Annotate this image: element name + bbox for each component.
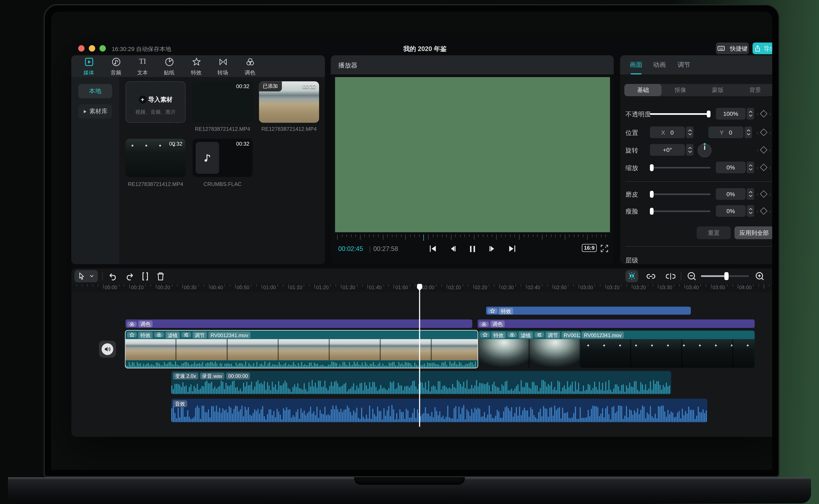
slim-face-slider[interactable] <box>650 210 711 212</box>
import-media-button[interactable]: +导入素材 视频、音频、图片 <box>125 81 185 123</box>
waveform-bar <box>429 363 430 368</box>
slim-face-slider-handle[interactable] <box>650 208 654 215</box>
tab-adjust[interactable]: 调节 <box>678 61 690 70</box>
timeline-clip-video-3[interactable]: RV0012341.mov <box>580 331 755 368</box>
previous-frame-button[interactable] <box>448 244 457 253</box>
player-ruler-tick <box>578 234 579 237</box>
playhead-line[interactable] <box>419 290 420 427</box>
ruler-tick <box>267 284 267 286</box>
keyframe-diamond-icon[interactable] <box>760 164 767 171</box>
scale-slider-handle[interactable] <box>650 164 654 171</box>
position-x-field[interactable]: X0 <box>650 126 685 138</box>
subtab-basic[interactable]: 基础 <box>624 84 662 96</box>
split-clip-button[interactable] <box>140 272 150 281</box>
tab-color[interactable]: 调色 <box>238 57 262 77</box>
waveform-bar <box>428 414 429 422</box>
next-frame-button[interactable] <box>488 244 497 253</box>
video-preview[interactable] <box>335 77 610 232</box>
waveform-bar <box>141 366 143 368</box>
timeline-clip-audio-2[interactable]: 音效 <box>171 399 707 423</box>
smooth-skin-value[interactable]: 0% <box>716 188 746 200</box>
tab-media[interactable]: 媒体 <box>76 57 101 77</box>
opacity-keyframe-controls[interactable]: ‹› <box>753 108 772 120</box>
waveform-bar <box>335 380 336 394</box>
skip-to-end-button[interactable] <box>508 244 516 253</box>
shortcuts-button[interactable]: 快捷键 <box>716 42 749 54</box>
timeline-clip-video-1[interactable]: 特效 滤镜 调节 RV0012341.mov <box>125 331 478 368</box>
scale-slider[interactable] <box>650 167 711 169</box>
position-x-stepper[interactable] <box>686 126 694 138</box>
rotation-keyframe-controls[interactable]: ‹› <box>753 144 772 156</box>
media-item-audio[interactable]: 00:32 <box>192 139 252 177</box>
position-y-field[interactable]: Y0 <box>708 126 744 138</box>
aspect-ratio-button[interactable]: 16:9 <box>582 244 597 252</box>
keyframe-diamond-icon[interactable] <box>760 110 767 117</box>
link-clips-button[interactable] <box>646 272 656 281</box>
slim-face-keyframe-controls[interactable]: ‹› <box>753 205 772 217</box>
unlink-clips-button[interactable] <box>666 272 675 281</box>
source-local[interactable]: 本地 <box>78 84 112 98</box>
rotation-value[interactable]: +0° <box>650 144 685 156</box>
waveform-bar <box>580 407 581 422</box>
effect-track-bar[interactable]: 特效 <box>486 307 691 315</box>
source-library[interactable]: 素材库 <box>78 104 112 119</box>
position-y-stepper[interactable] <box>745 126 752 138</box>
media-item-video-1[interactable]: 00:32 <box>192 81 252 123</box>
color-track-bar-1[interactable]: 调色 <box>125 319 472 328</box>
color-track-bar-2[interactable]: 调色 <box>478 319 755 328</box>
tab-transitions[interactable]: 转场 <box>210 57 235 77</box>
position-keyframe-controls[interactable]: ‹› <box>753 126 772 138</box>
reset-button[interactable]: 重置 <box>697 227 731 239</box>
opacity-slider-handle[interactable] <box>707 111 711 117</box>
delete-clip-button[interactable] <box>156 272 165 281</box>
tab-sticker[interactable]: 贴纸 <box>157 57 181 77</box>
tab-effects[interactable]: 特效 <box>184 57 208 77</box>
zoom-out-button[interactable] <box>687 272 697 281</box>
waveform-bar <box>235 387 236 394</box>
media-item-video-3[interactable]: 00:32 <box>125 139 185 177</box>
zoom-slider-handle[interactable] <box>724 272 729 280</box>
opacity-value[interactable]: 100% <box>716 108 746 120</box>
snap-toggle-button[interactable] <box>625 270 638 282</box>
scale-value[interactable]: 0% <box>716 162 746 173</box>
zoom-in-button[interactable] <box>755 272 765 281</box>
slim-face-value[interactable]: 0% <box>716 205 746 217</box>
redo-button[interactable] <box>124 272 134 281</box>
subtab-mask[interactable]: 蒙版 <box>699 84 736 96</box>
tab-picture[interactable]: 画面 <box>630 61 643 70</box>
waveform-bar <box>243 382 244 394</box>
smooth-skin-keyframe-controls[interactable]: ‹› <box>753 188 772 200</box>
keyframe-diamond-icon[interactable] <box>760 207 767 215</box>
export-button[interactable]: 导出 <box>753 42 772 54</box>
keyframe-diamond-icon[interactable] <box>760 129 767 136</box>
media-item-video-2[interactable]: 已添加 00:32 <box>259 81 319 123</box>
tab-animation[interactable]: 动画 <box>653 61 666 70</box>
pause-button[interactable] <box>468 244 477 253</box>
rotation-stepper[interactable] <box>686 144 694 156</box>
subtab-chroma[interactable]: 抠像 <box>662 84 699 96</box>
waveform-bar <box>243 416 244 422</box>
subtab-background[interactable]: 背景 <box>736 84 772 96</box>
tab-text[interactable]: TI 文本 <box>130 57 155 77</box>
smooth-skin-slider[interactable] <box>650 193 711 195</box>
opacity-slider[interactable] <box>650 113 711 115</box>
keyframe-diamond-icon[interactable] <box>760 146 767 154</box>
waveform-bar <box>325 366 326 368</box>
skip-to-start-button[interactable] <box>429 244 437 253</box>
rotation-knob[interactable] <box>698 144 712 157</box>
scale-keyframe-controls[interactable]: ‹› <box>753 162 772 173</box>
undo-button[interactable] <box>108 272 118 281</box>
timeline-clip-audio-1[interactable]: 变速 2.0x 录音.wav 00:00:00 <box>171 371 671 394</box>
tab-audio[interactable]: 音频 <box>104 57 128 77</box>
timeline-clip-video-2[interactable]: 特效 滤镜 调节 RV0012349.mov <box>479 331 580 368</box>
timeline-zoom-slider[interactable] <box>701 275 749 277</box>
apply-to-all-button[interactable]: 应用到全部 <box>735 227 772 239</box>
select-tool-button[interactable] <box>74 270 98 282</box>
smooth-skin-slider-handle[interactable] <box>650 191 654 198</box>
waveform-bar <box>252 413 254 422</box>
keyframe-diamond-icon[interactable] <box>760 190 767 198</box>
player-seek-ruler[interactable] <box>335 234 610 241</box>
fullscreen-button[interactable] <box>601 244 609 252</box>
track-mute-button[interactable] <box>99 341 116 358</box>
waveform-bar <box>449 387 450 394</box>
